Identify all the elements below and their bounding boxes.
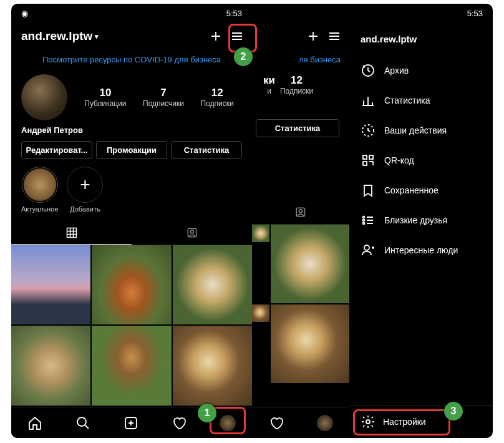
menu-saved[interactable]: Сохраненное xyxy=(349,175,493,205)
menu-insights[interactable]: Статистика xyxy=(349,85,493,115)
profile-avatar[interactable] xyxy=(21,74,67,120)
svg-point-15 xyxy=(364,245,369,250)
phone-left: ◉ 5:53 and.rew.lptw▾ Посмотрите ресурсы … xyxy=(11,4,252,438)
activity-icon xyxy=(361,123,376,138)
clock: 5:53 xyxy=(467,9,483,18)
reels-tab[interactable] xyxy=(124,416,138,431)
followers-stat[interactable]: 7Подписчики xyxy=(143,87,184,108)
post-thumbnail[interactable] xyxy=(173,326,252,405)
menu-archive[interactable]: Архив xyxy=(349,56,493,85)
tagged-tab[interactable] xyxy=(252,201,349,224)
svg-rect-9 xyxy=(363,155,367,159)
feed-tabs xyxy=(11,221,252,245)
insights-button[interactable]: Статистика xyxy=(171,141,242,159)
activity-tab[interactable] xyxy=(269,416,284,431)
clock: 5:53 xyxy=(226,9,242,18)
stat-partial: кии xyxy=(263,74,275,95)
menu-qr[interactable]: QR-код xyxy=(349,145,493,175)
highlight-add[interactable]: +Добавить xyxy=(67,167,103,213)
highlights-row: Актуальное +Добавить xyxy=(11,167,252,221)
edit-profile-button[interactable]: Редактироват... xyxy=(21,141,92,159)
menu-username: and.rew.lptw xyxy=(349,29,493,56)
annotation-badge-2: 2 xyxy=(234,47,253,66)
covid-banner[interactable]: Посмотрите ресурсы по COVID-19 для бизне… xyxy=(11,50,252,69)
post-thumbnail[interactable] xyxy=(252,225,269,242)
annotation-badge-1: 1 xyxy=(198,404,216,422)
post-thumbnail[interactable] xyxy=(11,245,90,324)
menu-activity[interactable]: Ваши действия xyxy=(349,115,493,145)
phone-right: ля бизнеса кии 12Подписки Статистика xyxy=(252,4,349,438)
profile-tab[interactable] xyxy=(317,415,333,431)
home-tab[interactable] xyxy=(27,416,42,431)
svg-point-13 xyxy=(363,220,365,221)
menu-close-friends[interactable]: Близкие друзья xyxy=(349,205,493,235)
qr-icon xyxy=(361,153,376,168)
svg-point-16 xyxy=(366,420,370,424)
post-thumbnail[interactable] xyxy=(92,245,171,324)
following-stat[interactable]: 12Подписки xyxy=(280,74,313,95)
highlight-actual[interactable]: Актуальное xyxy=(21,167,58,213)
svg-rect-11 xyxy=(363,162,367,165)
posts-grid xyxy=(11,245,252,406)
svg-point-14 xyxy=(363,223,365,225)
promotions-button[interactable]: Промоакции xyxy=(96,141,167,159)
activity-tab[interactable] xyxy=(172,416,187,431)
side-menu: 5:53 and.rew.lptw Архив Статистика Ваши … xyxy=(349,4,493,438)
menu-settings[interactable]: Настройки xyxy=(349,405,493,438)
svg-point-12 xyxy=(363,217,365,218)
menu-button[interactable] xyxy=(230,29,245,44)
viber-icon: ◉ xyxy=(21,9,28,18)
post-thumbnail[interactable] xyxy=(173,245,252,324)
menu-button[interactable] xyxy=(327,29,342,44)
profile-header-partial xyxy=(252,22,349,50)
post-thumbnail[interactable] xyxy=(252,304,269,322)
gear-icon xyxy=(361,414,376,429)
tagged-tab[interactable] xyxy=(132,221,252,245)
svg-point-2 xyxy=(190,230,193,233)
svg-rect-10 xyxy=(369,155,373,159)
create-button[interactable] xyxy=(208,29,223,44)
chevron-down-icon: ▾ xyxy=(95,32,99,41)
svg-rect-0 xyxy=(67,228,76,238)
stats-icon xyxy=(361,93,376,108)
profile-tab[interactable] xyxy=(220,415,236,431)
search-tab[interactable] xyxy=(75,416,90,431)
insights-button[interactable]: Статистика xyxy=(256,119,339,137)
create-button[interactable] xyxy=(306,29,321,44)
following-stat[interactable]: 12Подписки xyxy=(201,87,234,108)
svg-point-3 xyxy=(77,417,86,426)
person-add-icon xyxy=(361,243,376,258)
archive-icon xyxy=(361,63,376,78)
posts-stat[interactable]: 10Публикации xyxy=(84,87,126,108)
status-bar: ◉ 5:53 xyxy=(11,4,252,22)
annotation-badge-3: 3 xyxy=(444,402,463,421)
post-thumbnail[interactable] xyxy=(11,326,90,405)
status-bar xyxy=(252,4,349,22)
bottom-nav-partial xyxy=(252,407,349,438)
bookmark-icon xyxy=(361,183,376,198)
menu-discover[interactable]: Интересные люди xyxy=(349,235,493,265)
profile-stats: 10Публикации 7Подписчики 12Подписки xyxy=(11,69,252,125)
profile-buttons: Редактироват... Промоакции Статистика xyxy=(11,141,252,167)
post-thumbnail[interactable] xyxy=(271,225,349,303)
svg-point-6 xyxy=(299,210,303,213)
grid-tab[interactable] xyxy=(11,221,132,245)
profile-header: and.rew.lptw▾ xyxy=(11,22,252,50)
username-dropdown[interactable]: and.rew.lptw▾ xyxy=(21,29,99,43)
display-name: Андрей Петров xyxy=(11,125,252,141)
list-icon xyxy=(361,213,376,228)
post-thumbnail[interactable] xyxy=(92,326,171,405)
covid-banner-partial[interactable]: ля бизнеса xyxy=(252,50,349,69)
post-thumbnail[interactable] xyxy=(271,304,349,383)
plus-icon: + xyxy=(80,175,90,195)
